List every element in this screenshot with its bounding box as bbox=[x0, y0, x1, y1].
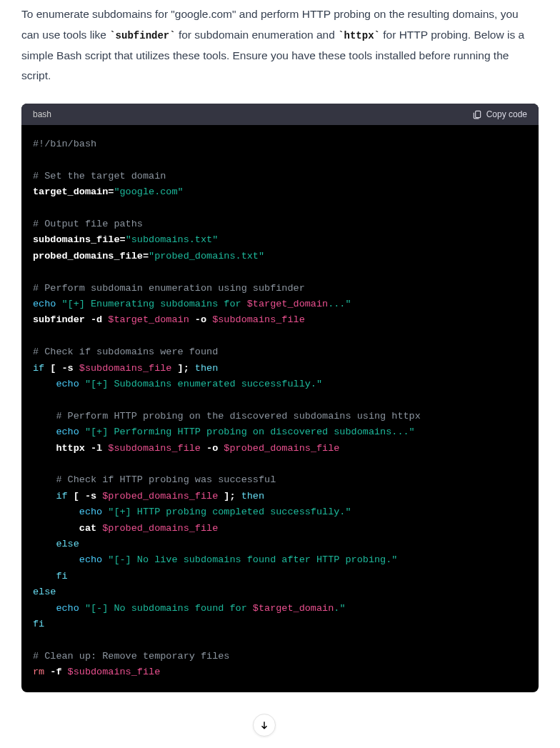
code-line: $target_domain bbox=[108, 314, 189, 325]
code-line: # Check if HTTP probing was successful bbox=[33, 474, 276, 485]
code-line: $target_domain bbox=[253, 603, 334, 614]
code-line: $subdomains_file bbox=[68, 667, 161, 677]
inline-code-httpx: `httpx` bbox=[338, 30, 380, 41]
language-label: bash bbox=[33, 109, 51, 119]
arrow-down-icon bbox=[259, 720, 269, 730]
code-line: "subdomains.txt" bbox=[126, 234, 219, 245]
code-line: -f bbox=[44, 667, 67, 677]
code-line: # Perform subdomain enumeration using su… bbox=[33, 283, 305, 294]
code-line: [ -s bbox=[68, 491, 103, 502]
inline-code-subfinder: `subfinder` bbox=[109, 30, 175, 41]
code-line: probed_domains_file= bbox=[33, 251, 149, 261]
code-line: $probed_domains_file bbox=[224, 443, 339, 454]
code-line: subfinder -d bbox=[33, 314, 108, 325]
code-line: ]; bbox=[171, 363, 194, 374]
code-line: ]; bbox=[218, 491, 241, 502]
code-line: then bbox=[195, 363, 218, 374]
code-line: # Check if subdomains were found bbox=[33, 346, 218, 357]
code-line: cat bbox=[33, 523, 102, 534]
code-line: # Clean up: Remove temporary files bbox=[33, 651, 229, 662]
code-header: bash Copy code bbox=[21, 104, 539, 125]
code-line: if bbox=[33, 363, 44, 374]
code-line: echo bbox=[33, 427, 79, 437]
code-line: $subdomains_file bbox=[108, 443, 201, 454]
code-line: # Perform HTTP probing on the discovered… bbox=[33, 411, 421, 422]
code-line: if bbox=[33, 491, 68, 502]
code-line: $probed_domains_file bbox=[102, 523, 218, 534]
code-line: else bbox=[33, 587, 56, 597]
code-line: $subdomains_file bbox=[212, 314, 305, 325]
code-line: "[-] No live subdomains found after HTTP… bbox=[102, 554, 397, 565]
code-line: "google.com" bbox=[114, 186, 183, 197]
scroll-down-button[interactable] bbox=[253, 714, 276, 737]
code-line: $probed_domains_file bbox=[102, 491, 218, 502]
code-line: fi bbox=[33, 571, 68, 582]
code-line: subdomains_file= bbox=[33, 234, 126, 245]
code-line: echo bbox=[33, 299, 56, 309]
code-line: else bbox=[33, 539, 79, 549]
code-line: target_domain= bbox=[33, 186, 114, 197]
code-line: $subdomains_file bbox=[79, 363, 172, 374]
code-line: # Set the target domain bbox=[33, 171, 166, 181]
clipboard-icon bbox=[472, 109, 482, 119]
svg-rect-0 bbox=[475, 111, 480, 117]
code-line: # Output file paths bbox=[33, 219, 143, 229]
code-line: ..." bbox=[328, 299, 351, 309]
code-line: echo bbox=[33, 554, 102, 565]
code-line: httpx -l bbox=[33, 443, 108, 454]
code-line: echo bbox=[33, 507, 102, 517]
code-line: #!/bin/bash bbox=[33, 139, 96, 149]
code-line: "[+] Enumerating subdomains for bbox=[56, 299, 246, 309]
code-body[interactable]: #!/bin/bash # Set the target domain targ… bbox=[21, 125, 539, 692]
intro-text: To enumerate subdomains for "google.com"… bbox=[21, 0, 539, 86]
intro-part2: for subdomain enumeration and bbox=[176, 29, 338, 41]
code-line: "[+] Performing HTTP probing on discover… bbox=[79, 427, 415, 437]
code-line: fi bbox=[33, 619, 44, 629]
code-line: "probed_domains.txt" bbox=[149, 251, 264, 261]
code-line: ." bbox=[334, 603, 345, 614]
code-line: then bbox=[241, 491, 264, 502]
copy-code-button[interactable]: Copy code bbox=[472, 109, 527, 119]
copy-code-label: Copy code bbox=[486, 109, 527, 119]
code-line: echo bbox=[33, 379, 79, 389]
code-line: rm bbox=[33, 667, 44, 677]
code-line: "[-] No subdomains found for bbox=[79, 603, 253, 614]
code-line: -o bbox=[201, 443, 224, 454]
code-line: echo bbox=[33, 603, 79, 614]
code-line: $target_domain bbox=[247, 299, 328, 309]
code-line: [ -s bbox=[44, 363, 79, 374]
code-line: "[+] HTTP probing completed successfully… bbox=[102, 507, 351, 517]
code-line: "[+] Subdomains enumerated successfully.… bbox=[79, 379, 322, 389]
code-block: bash Copy code #!/bin/bash # Set the tar… bbox=[21, 104, 539, 692]
code-line: -o bbox=[189, 314, 212, 325]
